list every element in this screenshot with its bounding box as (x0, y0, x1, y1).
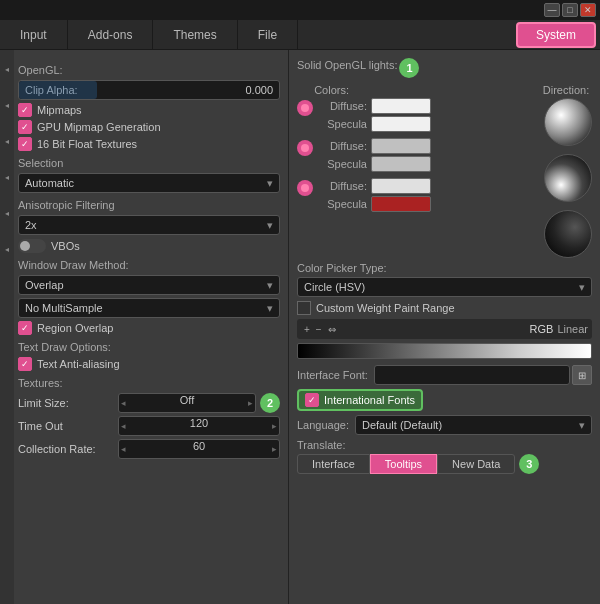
light2-icon-inner (301, 144, 309, 152)
title-bar: — □ ✕ (0, 0, 600, 20)
gpu-mipmap-row[interactable]: GPU Mipmap Generation (18, 120, 280, 134)
translate-tooltips-btn[interactable]: Tooltips (370, 454, 437, 474)
diffuse1-label: Diffuse: (317, 100, 367, 112)
collection-rate-row: Collection Rate: 60 (18, 439, 280, 459)
tab-themes[interactable]: Themes (153, 20, 237, 49)
light3-icon-inner (301, 184, 309, 192)
light2-specular-row: Specula (317, 156, 536, 172)
maximize-button[interactable]: □ (562, 3, 578, 17)
text-draw-label: Text Draw Options: (18, 341, 280, 353)
collection-rate-input-wrap[interactable]: 60 (118, 439, 280, 459)
light3-diffuse-row: Diffuse: (317, 178, 536, 194)
collection-rate-input[interactable]: 60 (118, 439, 280, 459)
minus-btn[interactable]: − (313, 324, 325, 335)
light1-icon (297, 100, 313, 116)
sphere-1 (544, 98, 592, 146)
tab-file[interactable]: File (238, 20, 298, 49)
tab-input[interactable]: Input (0, 20, 68, 49)
font-input[interactable] (374, 365, 570, 385)
mipmaps-row[interactable]: Mipmaps (18, 103, 280, 117)
direction-section: Direction: (540, 84, 592, 258)
specular2-label: Specula (317, 158, 367, 170)
light1-icon-inner (301, 104, 309, 112)
limit-size-input-wrap[interactable]: Off (118, 393, 256, 413)
custom-wp-checkbox[interactable] (297, 301, 311, 315)
interface-font-label: Interface Font: (297, 369, 368, 381)
arrow-2[interactable]: ◂ (2, 96, 12, 114)
specular2-swatch[interactable] (371, 156, 431, 172)
plus-btn[interactable]: + (301, 324, 313, 335)
lights-left: Colors: Diffuse: Specula (297, 84, 536, 258)
translate-section: Translate: Interface Tooltips New Data 3 (297, 439, 592, 474)
color-picker-dropdown[interactable]: Circle (HSV) (297, 277, 592, 297)
light1-diffuse-row: Diffuse: (317, 98, 536, 114)
light1-specular-row: Specula (317, 116, 536, 132)
intl-fonts-checkbox[interactable] (305, 393, 319, 407)
multisample-dropdown[interactable]: No MultiSample (18, 298, 280, 318)
gpu-mipmap-label: GPU Mipmap Generation (37, 121, 161, 133)
arrow-1[interactable]: ◂ (2, 60, 12, 78)
colors-row: Colors: (297, 84, 536, 96)
text-antialias-row[interactable]: Text Anti-aliasing (18, 357, 280, 371)
text-antialias-checkbox[interactable] (18, 357, 32, 371)
diffuse1-swatch[interactable] (371, 98, 431, 114)
clip-alpha-slider[interactable]: Clip Alpha: 0.000 (18, 80, 280, 100)
aniso-section-label: Anisotropic Filtering (18, 199, 280, 211)
vbos-row[interactable]: VBOs (18, 239, 280, 253)
text-antialias-label: Text Anti-aliasing (37, 358, 120, 370)
vbos-label: VBOs (51, 240, 80, 252)
font-browse-btn[interactable]: ⊞ (572, 365, 592, 385)
aniso-dropdown[interactable]: 2x (18, 215, 280, 235)
collection-rate-label: Collection Rate: (18, 443, 118, 455)
float16-checkbox[interactable] (18, 137, 32, 151)
region-overlap-row[interactable]: Region Overlap (18, 321, 280, 335)
limit-size-label: Limit Size: (18, 397, 118, 409)
mipmaps-checkbox[interactable] (18, 103, 32, 117)
swap-btn[interactable]: ⇔ (325, 324, 339, 335)
diffuse2-swatch[interactable] (371, 138, 431, 154)
arrow-4[interactable]: ◂ (2, 168, 12, 186)
light3-specular-row: Specula (317, 196, 536, 212)
gpu-mipmap-checkbox[interactable] (18, 120, 32, 134)
specular1-swatch[interactable] (371, 116, 431, 132)
float16-row[interactable]: 16 Bit Float Textures (18, 137, 280, 151)
arrow-6[interactable]: ◂ (2, 240, 12, 258)
vbos-toggle[interactable] (18, 239, 46, 253)
overlap-dropdown[interactable]: Overlap (18, 275, 280, 295)
right-column: Solid OpenGL lights: 1 Colors: Diffuse: (289, 50, 600, 604)
minimize-button[interactable]: — (544, 3, 560, 17)
region-overlap-checkbox[interactable] (18, 321, 32, 335)
translate-interface-btn[interactable]: Interface (297, 454, 370, 474)
direction-label: Direction: (540, 84, 592, 96)
tab-bar: Input Add-ons Themes File System (0, 20, 600, 50)
limit-size-row: Limit Size: Off 2 (18, 393, 280, 413)
opengl-section-label: OpenGL: (18, 64, 280, 76)
language-label: Language: (297, 419, 349, 431)
translate-buttons: Interface Tooltips New Data (297, 454, 515, 474)
tab-addons[interactable]: Add-ons (68, 20, 154, 49)
gradient-bar (297, 343, 592, 359)
light3-rows: Diffuse: Specula (317, 178, 536, 214)
custom-wp-row: Custom Weight Paint Range (297, 301, 592, 315)
language-dropdown[interactable]: Default (Default) (355, 415, 592, 435)
intl-fonts-section: International Fonts (297, 389, 592, 411)
light1-rows: Diffuse: Specula (317, 98, 536, 134)
translate-new-data-btn[interactable]: New Data (437, 454, 515, 474)
close-button[interactable]: ✕ (580, 3, 596, 17)
arrow-3[interactable]: ◂ (2, 132, 12, 150)
timeout-input[interactable]: 120 (118, 416, 280, 436)
timeout-input-wrap[interactable]: 120 (118, 416, 280, 436)
diffuse3-label: Diffuse: (317, 180, 367, 192)
diffuse3-swatch[interactable] (371, 178, 431, 194)
sphere-container (544, 98, 592, 258)
mipmaps-label: Mipmaps (37, 104, 82, 116)
selection-section-label: Selection (18, 157, 280, 169)
tab-system[interactable]: System (516, 22, 596, 48)
solid-opengl-label: Solid OpenGL lights: (297, 59, 397, 71)
limit-size-input[interactable]: Off (118, 393, 256, 413)
translate-label: Translate: (297, 439, 592, 451)
arrow-5[interactable]: ◂ (2, 204, 12, 222)
specular3-swatch[interactable] (371, 196, 431, 212)
language-row: Language: Default (Default) (297, 415, 592, 435)
selection-dropdown[interactable]: Automatic (18, 173, 280, 193)
